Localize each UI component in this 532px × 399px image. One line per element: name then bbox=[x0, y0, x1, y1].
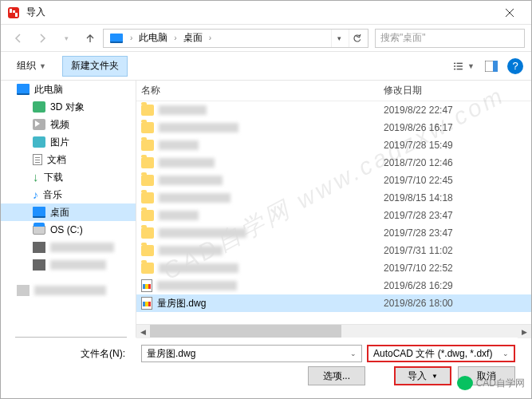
folder-icon bbox=[141, 140, 154, 151]
file-date: 2018/7/20 12:46 bbox=[384, 157, 503, 168]
file-date: 2019/7/10 22:45 bbox=[384, 175, 503, 186]
sidebar-item-obscured[interactable] bbox=[1, 282, 136, 299]
file-row[interactable]: 2019/7/28 23:47 bbox=[136, 224, 531, 242]
folder-icon bbox=[141, 157, 154, 168]
sidebar-item-label: OS (C:) bbox=[50, 224, 83, 235]
file-row[interactable]: 2019/8/22 22:47 bbox=[136, 101, 531, 119]
breadcrumb-dropdown[interactable]: ▾ bbox=[331, 30, 347, 47]
sidebar-item-music[interactable]: ♪音乐 bbox=[1, 186, 136, 203]
app-icon bbox=[7, 6, 20, 19]
column-header-date[interactable]: 修改日期 bbox=[384, 84, 487, 97]
file-row[interactable]: 2019/7/10 22:45 bbox=[136, 172, 531, 189]
list-view-icon bbox=[454, 61, 464, 72]
file-list-header: 名称 修改日期 bbox=[136, 81, 531, 101]
preview-pane-button[interactable] bbox=[480, 57, 502, 76]
sidebar-item-label: 桌面 bbox=[50, 206, 69, 219]
file-row[interactable]: 2019/8/15 14:18 bbox=[136, 189, 531, 207]
file-row[interactable]: vg2019/6/28 16:29 bbox=[136, 277, 531, 294]
nav-up-button[interactable] bbox=[79, 27, 101, 49]
options-button[interactable]: 选项... bbox=[308, 366, 365, 385]
arrow-left-icon bbox=[13, 33, 24, 44]
file-date: 2019/7/28 23:47 bbox=[384, 210, 503, 221]
sidebar-item-label: 音乐 bbox=[43, 188, 62, 202]
file-row[interactable]: 2019/7/28 15:49 bbox=[136, 136, 531, 154]
dwg-file-icon bbox=[141, 297, 152, 310]
column-header-name[interactable]: 名称 bbox=[136, 84, 384, 97]
svg-rect-5 bbox=[457, 62, 463, 63]
cube-icon bbox=[33, 101, 45, 113]
svg-rect-9 bbox=[457, 68, 463, 69]
organize-label: 组织 bbox=[17, 59, 36, 73]
breadcrumb[interactable]: › 此电脑 › 桌面 › ▾ bbox=[103, 29, 368, 48]
sidebar-item-3d-objects[interactable]: 3D 对象 bbox=[1, 98, 136, 116]
scrollbar-track[interactable] bbox=[341, 325, 518, 338]
sidebar-item-label bbox=[50, 243, 114, 252]
sidebar-item-label: 文档 bbox=[47, 153, 66, 167]
filename-label: 文件名(N): bbox=[81, 347, 136, 361]
sidebar-item-downloads[interactable]: ↓下载 bbox=[1, 168, 136, 186]
sidebar-item-videos[interactable]: 视频 bbox=[1, 116, 136, 133]
nav-recent-button[interactable]: ▾ bbox=[55, 27, 77, 49]
close-icon bbox=[506, 9, 514, 17]
search-input[interactable]: 搜索"桌面" bbox=[375, 29, 525, 48]
sidebar-item-this-pc[interactable]: 此电脑 bbox=[1, 81, 136, 98]
drive-icon bbox=[33, 259, 45, 271]
organize-button[interactable]: 组织 ▼ bbox=[9, 56, 54, 77]
sidebar-item-documents[interactable]: 文档 bbox=[1, 151, 136, 168]
nav-back-button[interactable] bbox=[7, 27, 30, 49]
filetype-select[interactable]: AutoCAD 文件 (*.dwg, *.dxf) ⌄ bbox=[367, 345, 515, 362]
file-date: 2019/8/26 18:00 bbox=[384, 298, 503, 309]
scroll-left-icon[interactable]: ◀ bbox=[136, 325, 150, 338]
cancel-button[interactable]: 取消 bbox=[458, 366, 515, 385]
folder-icon bbox=[141, 245, 154, 256]
file-row[interactable]: 量房图.dwg2019/8/26 18:00 bbox=[136, 294, 531, 312]
chevron-right-icon: › bbox=[128, 34, 135, 42]
horizontal-scrollbar[interactable]: ◀ ▶ bbox=[136, 324, 531, 338]
view-mode-button[interactable]: ▼ bbox=[453, 57, 475, 76]
file-row[interactable]: 2019/7/28 23:47 bbox=[136, 207, 531, 224]
file-date: 2019/8/15 14:18 bbox=[384, 192, 503, 203]
filename-value: 量房图.dwg bbox=[147, 347, 195, 361]
file-name bbox=[159, 263, 238, 273]
sidebar-item-label: 此电脑 bbox=[34, 83, 63, 97]
sidebar-item-os-c[interactable]: OS (C:) bbox=[1, 221, 136, 239]
file-row[interactable]: 2019/7/10 22:52 bbox=[136, 259, 531, 277]
pc-icon bbox=[110, 34, 123, 43]
file-name bbox=[159, 123, 238, 132]
filename-input[interactable]: 量房图.dwg ⌄ bbox=[141, 345, 362, 362]
scrollbar-thumb[interactable] bbox=[150, 325, 341, 338]
file-row[interactable]: 2019/7/31 11:02 bbox=[136, 242, 531, 259]
close-button[interactable] bbox=[491, 2, 528, 24]
sidebar-item-label: 视频 bbox=[50, 118, 69, 132]
refresh-button[interactable] bbox=[349, 30, 365, 47]
breadcrumb-root[interactable]: 此电脑 bbox=[136, 31, 170, 45]
svg-rect-6 bbox=[454, 65, 455, 66]
sidebar-item-label: 3D 对象 bbox=[50, 101, 85, 114]
document-icon bbox=[33, 154, 42, 165]
chevron-down-icon: ▾ bbox=[65, 34, 69, 42]
scroll-right-icon[interactable]: ▶ bbox=[518, 325, 531, 338]
folder-icon bbox=[141, 210, 154, 221]
split-chevron-icon: ▼ bbox=[432, 373, 438, 380]
new-folder-button[interactable]: 新建文件夹 bbox=[62, 56, 128, 77]
file-row[interactable]: 2018/7/20 12:46 bbox=[136, 154, 531, 172]
window-title: 导入 bbox=[26, 6, 491, 19]
file-date: 2019/7/28 23:47 bbox=[384, 227, 503, 239]
sidebar-item-obscured[interactable] bbox=[1, 239, 136, 256]
preview-pane-icon bbox=[485, 61, 498, 72]
sidebar-item-desktop[interactable]: 桌面 bbox=[1, 203, 136, 221]
svg-rect-7 bbox=[457, 65, 463, 66]
chevron-right-icon: › bbox=[207, 34, 214, 42]
sidebar-item-pictures[interactable]: 图片 bbox=[1, 133, 136, 151]
svg-rect-2 bbox=[13, 10, 15, 13]
filetype-value: AutoCAD 文件 (*.dwg, *.dxf) bbox=[373, 347, 492, 361]
import-button[interactable]: 导入▼ bbox=[394, 366, 451, 385]
file-row[interactable]: 2019/8/26 16:17 bbox=[136, 119, 531, 136]
help-button[interactable]: ? bbox=[507, 58, 523, 74]
breadcrumb-location[interactable]: 桌面 bbox=[181, 31, 205, 45]
drive-icon bbox=[33, 225, 45, 235]
sidebar-item-obscured[interactable] bbox=[1, 256, 136, 274]
arrow-right-icon bbox=[37, 33, 48, 44]
nav-forward-button[interactable] bbox=[31, 27, 53, 49]
file-name bbox=[159, 246, 223, 255]
